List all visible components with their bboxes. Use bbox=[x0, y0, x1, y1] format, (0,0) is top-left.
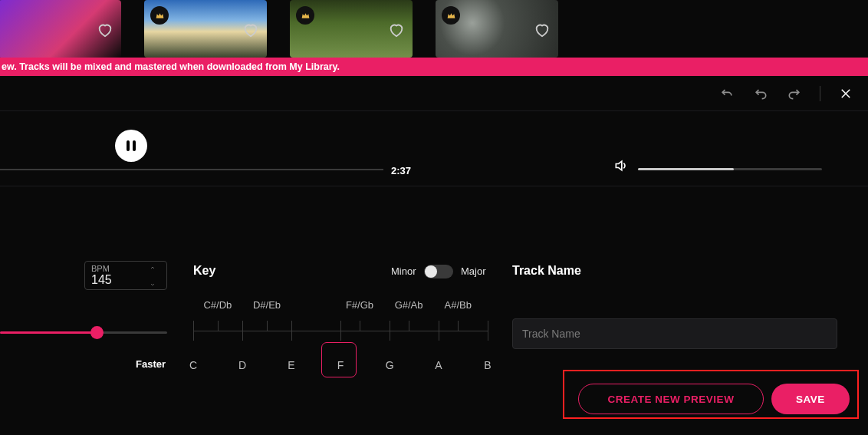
bpm-faster-label: Faster bbox=[136, 358, 166, 370]
create-preview-button[interactable]: CREATE NEW PREVIEW bbox=[578, 384, 764, 414]
major-label: Major bbox=[461, 265, 486, 277]
undo-icon[interactable] bbox=[752, 85, 769, 102]
key-natural[interactable]: E bbox=[288, 359, 294, 371]
template-card[interactable] bbox=[144, 0, 267, 58]
key-natural[interactable]: B bbox=[484, 359, 491, 371]
key-natural[interactable]: A bbox=[435, 359, 442, 371]
volume-fill bbox=[638, 168, 734, 170]
bpm-slider[interactable] bbox=[0, 331, 167, 334]
heart-icon[interactable] bbox=[97, 21, 113, 41]
heart-icon[interactable] bbox=[242, 21, 259, 41]
key-heading: Key bbox=[193, 264, 215, 278]
save-button[interactable]: SAVE bbox=[771, 384, 850, 414]
key-sharp[interactable]: F#/Gb bbox=[346, 299, 373, 311]
time-display: 2:37 bbox=[391, 165, 411, 176]
key-natural[interactable]: D bbox=[238, 359, 246, 371]
key-sharp[interactable]: A#/Bb bbox=[444, 299, 471, 311]
heart-icon[interactable] bbox=[388, 21, 405, 41]
history-back-icon[interactable] bbox=[718, 85, 735, 102]
volume-slider[interactable] bbox=[638, 168, 822, 170]
divider bbox=[820, 86, 820, 101]
key-mode-toggle[interactable] bbox=[424, 265, 453, 278]
crown-icon bbox=[296, 6, 314, 25]
pause-icon bbox=[127, 140, 136, 151]
minor-label: Minor bbox=[391, 265, 416, 277]
controls-panel: BPM 145 Faster Key Minor Major C#/Db D#/… bbox=[0, 199, 868, 435]
key-natural[interactable]: G bbox=[386, 359, 394, 371]
pause-button[interactable] bbox=[115, 130, 147, 162]
toggle-knob bbox=[425, 265, 437, 278]
notification-text: ew. Tracks will be mixed and mastered wh… bbox=[2, 61, 340, 72]
heart-icon[interactable] bbox=[534, 21, 551, 41]
redo-icon[interactable] bbox=[786, 85, 803, 102]
key-sharp[interactable]: C#/Db bbox=[203, 299, 232, 311]
progress-bar[interactable] bbox=[0, 169, 383, 170]
template-card[interactable] bbox=[290, 0, 413, 58]
key-selection-highlight bbox=[321, 342, 357, 377]
bpm-value: 145 bbox=[91, 273, 112, 287]
template-cards-row bbox=[0, 0, 868, 58]
volume-icon[interactable] bbox=[613, 158, 629, 176]
template-card[interactable] bbox=[0, 0, 121, 58]
close-icon[interactable] bbox=[837, 85, 854, 102]
notification-bar: ew. Tracks will be mixed and mastered wh… bbox=[0, 58, 868, 76]
track-name-heading: Track Name bbox=[512, 264, 581, 278]
crown-icon bbox=[442, 6, 460, 25]
key-natural[interactable]: C bbox=[189, 359, 197, 371]
panel-header bbox=[0, 76, 868, 110]
track-name-input[interactable] bbox=[512, 318, 837, 349]
player-bar: 2:37 bbox=[0, 110, 868, 186]
key-sharp[interactable]: G#/Ab bbox=[395, 299, 423, 311]
bpm-stepper[interactable]: BPM 145 bbox=[84, 261, 167, 290]
sharp-row: C#/Db D#/Eb F#/Gb G#/Ab A#/Bb bbox=[193, 299, 488, 315]
key-sharp[interactable]: D#/Eb bbox=[253, 299, 281, 311]
bpm-label: BPM bbox=[91, 264, 110, 273]
chevron-down-icon[interactable] bbox=[148, 277, 163, 291]
bpm-slider-fill bbox=[0, 331, 97, 334]
crown-icon bbox=[150, 6, 169, 25]
bpm-slider-thumb[interactable] bbox=[90, 326, 104, 339]
template-card[interactable] bbox=[436, 0, 558, 58]
chevron-up-icon[interactable] bbox=[148, 260, 163, 274]
